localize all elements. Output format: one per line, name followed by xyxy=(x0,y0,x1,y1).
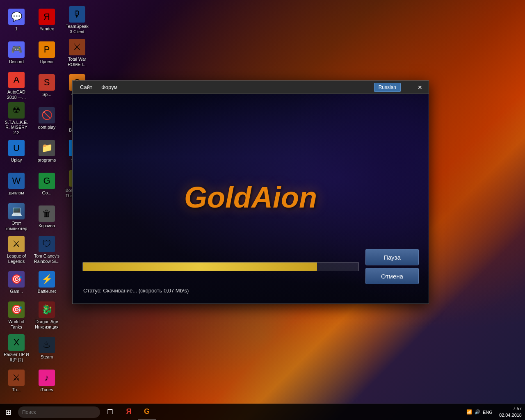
icon-label-itunes: iTunes xyxy=(40,387,53,393)
cancel-button[interactable]: Отмена xyxy=(365,268,419,284)
icon-label-sp: Sp... xyxy=(42,92,51,97)
tray-lang[interactable]: ENG xyxy=(483,410,493,415)
window-menu: Сайт Форум xyxy=(76,82,374,92)
pause-button[interactable]: Пауза xyxy=(365,249,419,265)
game-title: GoldAion xyxy=(184,180,317,214)
desktop-icon-dragonage[interactable]: 🐉Dragon Age Инквизиция xyxy=(32,299,62,331)
desktop-icon-computer[interactable]: 💻Этот компьютер xyxy=(2,201,31,233)
icon-label-discord: Discord xyxy=(9,59,24,64)
desktop-icon-lol[interactable]: ⚔League of Legends xyxy=(2,234,31,266)
desktop: 💬1🎮DiscordAAutoCAD 2018 —...☢S.T.A.L.K.E… xyxy=(0,0,525,420)
desktop-icon-discord[interactable]: 🎮Discord xyxy=(2,37,31,69)
icon-label-wot: World of Tanks xyxy=(3,319,30,329)
icon-img-diplom: W xyxy=(8,173,25,189)
desktop-icon-autocad[interactable]: AAutoCAD 2018 —... xyxy=(2,70,31,102)
clock-date: 02.04.2018 xyxy=(499,412,522,418)
icon-label-go: Go... xyxy=(42,190,52,196)
icon-img-uplay: U xyxy=(8,140,25,156)
window-controls: Russian — ✕ xyxy=(374,83,425,92)
icon-img-teamspeak: 🎙 xyxy=(69,6,85,23)
desktop-icon-wot[interactable]: 🎯World of Tanks xyxy=(2,299,31,331)
menu-site[interactable]: Сайт xyxy=(76,82,96,92)
minimize-button[interactable]: — xyxy=(402,83,413,92)
desktop-icon-korzina[interactable]: 🗑Корзина xyxy=(32,201,62,233)
desktop-icon-battlenet[interactable]: ⚡Battle.net xyxy=(32,267,62,299)
clock-time: 7:57 xyxy=(499,406,522,412)
icon-label-autocad: AutoCAD 2018 —... xyxy=(3,89,30,100)
desktop-icon-uplay[interactable]: UUplay xyxy=(2,135,31,167)
icon-label-teamspeak: TeamSpeak 3 Client xyxy=(64,24,90,34)
icon-img-programs: 📁 xyxy=(39,140,55,156)
close-button[interactable]: ✕ xyxy=(415,83,425,92)
icon-img-sp: S xyxy=(39,74,55,91)
icon-img-rainbow: 🛡 xyxy=(39,236,55,252)
desktop-icon-excel[interactable]: XРасчет ПР И ЩР (2) xyxy=(2,332,31,364)
icon-img-wot: 🎯 xyxy=(8,301,25,318)
desktop-icon-rainbow[interactable]: 🛡Tom Clancy's Rainbow Si... xyxy=(32,234,62,266)
icon-img-icon1: 💬 xyxy=(8,9,25,25)
desktop-icon-teamspeak[interactable]: 🎙TeamSpeak 3 Client xyxy=(62,4,92,36)
icon-img-go: G xyxy=(39,173,55,189)
start-button[interactable]: ⊞ xyxy=(0,404,16,420)
icon-label-lol: League of Legends xyxy=(3,253,30,264)
taskbar-yandex[interactable]: Я xyxy=(120,404,138,420)
desktop-icon-yandex[interactable]: ЯYandex xyxy=(32,4,62,36)
icon-label-computer: Этот компьютер xyxy=(3,221,30,231)
icon-img-dragonage: 🐉 xyxy=(39,301,55,318)
icon-label-yandex: Yandex xyxy=(40,26,54,32)
icon-img-itunes: ♪ xyxy=(39,370,55,386)
window-content: GoldAion Пауза Отмена Статус: Скачивание… xyxy=(73,94,429,304)
desktop-icon-totalwar[interactable]: ⚔Total War ROME I... xyxy=(62,37,92,69)
taskbar-apps: Я G xyxy=(118,404,463,420)
icon-label-rainbow: Tom Clancy's Rainbow Si... xyxy=(34,253,60,264)
menu-forum[interactable]: Форум xyxy=(97,82,122,92)
progress-buttons: Пауза Отмена xyxy=(365,249,419,284)
icon-label-dragonage: Dragon Age Инквизиция xyxy=(34,319,60,329)
icon-img-project: P xyxy=(39,41,55,58)
status-text: Статус: Скачивание... (скорость 0,07 Mb\… xyxy=(82,288,419,294)
desktop-icon-icon1[interactable]: 💬1 xyxy=(2,4,31,36)
desktop-icon-sp[interactable]: SSp... xyxy=(32,70,62,102)
icon-img-dontplay: 🚫 xyxy=(39,107,55,123)
desktop-icon-project[interactable]: PПроект xyxy=(32,37,62,69)
icon-img-discord: 🎮 xyxy=(8,41,25,58)
tray-network-icon: 📶 xyxy=(466,409,472,415)
taskbar-goldaion[interactable]: G xyxy=(138,404,156,420)
icon-label-steam: Steam xyxy=(41,354,53,360)
icon-img-stalker: ☢ xyxy=(8,102,25,119)
progress-bar-fill xyxy=(83,262,317,271)
app-window: Сайт Форум Russian — ✕ GoldAion Пауза xyxy=(72,80,429,304)
icon-img-lol: ⚔ xyxy=(8,236,25,252)
desktop-icon-go[interactable]: GGo... xyxy=(32,168,62,200)
window-titlebar: Сайт Форум Russian — ✕ xyxy=(73,81,429,94)
icon-label-dontplay: dont play xyxy=(38,125,56,130)
icon-label-icon1: 1 xyxy=(15,26,18,32)
desktop-icon-itunes[interactable]: ♪iTunes xyxy=(32,365,62,397)
desktop-icon-programs[interactable]: 📁programs xyxy=(32,135,62,167)
icon-img-autocad: A xyxy=(8,72,25,88)
desktop-icon-dontplay[interactable]: 🚫dont play xyxy=(32,103,62,135)
icon-label-excel: Расчет ПР И ЩР (2) xyxy=(3,352,30,362)
launcher-bottom: Пауза Отмена Статус: Скачивание... (скор… xyxy=(73,241,429,304)
icon-label-stalker: S.T.A.L.K.E.R. MISERY 2.2 xyxy=(3,120,30,135)
icon-label-battlenet: Battle.net xyxy=(38,289,56,294)
icon-img-yandex: Я xyxy=(39,9,55,25)
desktop-icon-stalker[interactable]: ☢S.T.A.L.K.E.R. MISERY 2.2 xyxy=(2,103,31,135)
desktop-icon-game1[interactable]: 🎯Gam... xyxy=(2,267,31,299)
lang-button[interactable]: Russian xyxy=(374,83,401,92)
icon-img-steam: ♨ xyxy=(39,337,55,353)
taskbar-search[interactable] xyxy=(18,406,100,418)
taskbar-clock[interactable]: 7:57 02.04.2018 xyxy=(496,406,525,418)
desktop-icon-tw1[interactable]: ⚔To... xyxy=(2,365,31,397)
icon-label-diplom: диплом xyxy=(9,190,24,196)
desktop-icon-steam[interactable]: ♨Steam xyxy=(32,332,62,364)
icon-label-project: Проект xyxy=(40,59,54,64)
progress-row: Пауза Отмена xyxy=(82,249,419,284)
desktop-icon-diplom[interactable]: Wдиплом xyxy=(2,168,31,200)
icon-img-totalwar: ⚔ xyxy=(69,39,85,55)
icon-label-game1: Gam... xyxy=(10,289,23,294)
icon-img-battlenet: ⚡ xyxy=(39,271,55,288)
icon-img-korzina: 🗑 xyxy=(39,205,55,222)
icon-label-uplay: Uplay xyxy=(11,158,22,163)
task-view-button[interactable]: ❐ xyxy=(102,404,118,420)
